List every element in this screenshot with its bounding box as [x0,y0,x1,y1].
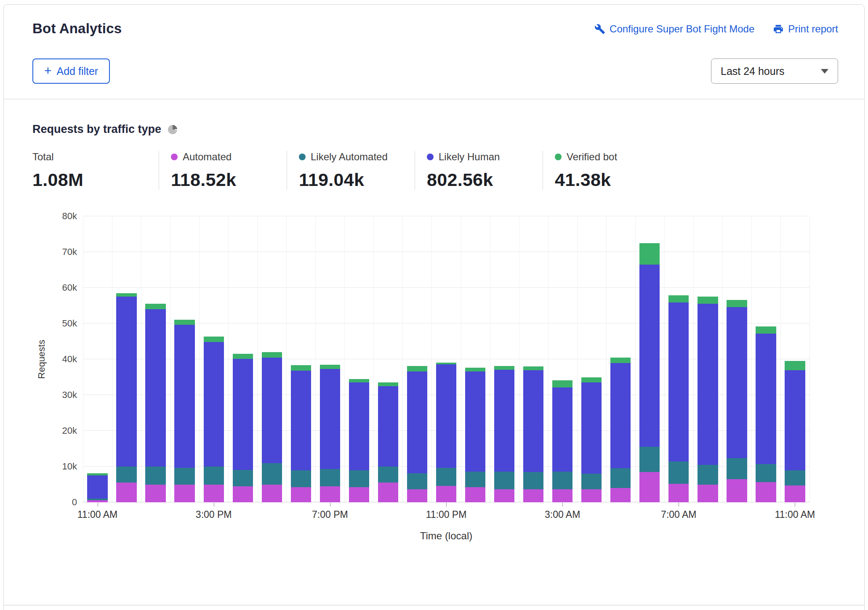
bar-7-00-am [668,295,689,502]
stat-value: 118.52k [171,170,278,190]
x-tick-label: 11:00 AM [775,509,815,520]
bar-segment-verified-bot [552,380,572,387]
traffic-type-stats: Total1.08MAutomated118.52kLikely Automat… [32,151,838,190]
bot-analytics-card: Bot Analytics Configure Super Bot Fight … [3,4,865,610]
gridline-x [373,216,374,502]
bar-9-00-pm [378,382,398,502]
bar-segment-verified-bot [785,361,805,370]
bar-segment-verified-bot [174,320,194,325]
y-tick-label: 50k [62,318,77,329]
bar-segment-likely-human [610,363,631,469]
bar-2-00-am [523,366,543,502]
bar-segment-likely-automated [698,465,718,485]
bar-segment-likely-automated [523,472,543,490]
bar-segment-likely-human [668,302,689,461]
bar-6-00-pm [291,365,311,502]
stat-label: Verified bot [567,151,617,163]
bar-segment-verified-bot [233,354,253,359]
gridline-x [751,216,752,502]
bar-segment-likely-automated [116,467,136,483]
stat-label: Automated [183,151,232,163]
gridline-x [693,216,694,502]
gridline-x [606,216,607,502]
configure-link-label: Configure Super Bot Fight Mode [610,23,754,35]
gridline-x [577,216,578,502]
y-tick-label: 40k [62,354,77,364]
bar-segment-likely-automated [494,472,514,490]
bar-segment-verified-bot [204,337,224,342]
plus-icon: + [44,64,52,77]
stat-verified-bot: Verified bot41.38k [543,151,671,190]
bar-segment-verified-bot [407,366,427,371]
bar-4-00-pm [233,354,253,502]
bar-segment-likely-human [407,371,427,473]
bar-segment-likely-automated [174,468,194,485]
bar-segment-automated [552,489,572,502]
bar-segment-likely-automated [668,461,689,484]
bar-segment-likely-automated [552,472,572,490]
bar-2-00-pm [174,320,194,502]
bar-segment-automated [145,485,165,503]
bar-segment-automated [349,487,369,502]
bar-segment-automated [262,485,282,503]
gridline-x [431,216,432,502]
y-tick-label: 20k [62,426,77,436]
bar-segment-likely-human [785,370,805,470]
bar-11-00-pm [436,363,456,502]
x-tick-label: 7:00 PM [312,509,348,520]
gridline-x [141,216,141,502]
bar-12-00-pm [116,293,136,502]
bar-segment-verified-bot [581,377,602,383]
bar-9-00-am [727,300,747,502]
bar-segment-verified-bot [756,326,776,334]
stat-likely-human: Likely Human802.56k [415,151,543,190]
x-tick-label: 7:00 AM [661,509,696,520]
add-filter-label: Add filter [57,65,99,77]
bar-segment-likely-automated [349,470,369,488]
bar-3-00-am [552,380,572,502]
x-axis-tick-labels: 11:00 AM3:00 PM7:00 PM11:00 PM3:00 AM7:0… [83,509,809,526]
bar-segment-automated [785,485,805,502]
time-range-dropdown[interactable]: Last 24 hours [711,58,838,84]
gridline-x [780,216,781,502]
bar-segment-automated [204,485,224,503]
stat-value: 119.04k [299,170,406,190]
pie-chart-icon [168,125,177,134]
x-tick-label: 11:00 AM [77,509,117,520]
gridline-x [112,216,112,502]
bar-1-00-am [494,366,514,502]
gridline-y-70 [83,252,809,252]
bar-segment-likely-human [262,358,282,463]
bar-5-00-am [610,358,631,502]
bar-segment-likely-automated [378,467,398,483]
bar-segment-likely-human [349,382,369,470]
stat-label: Likely Human [439,151,500,163]
add-filter-button[interactable]: + Add filter [32,58,110,84]
bar-segment-automated [436,486,456,502]
gridline-x [199,216,200,502]
bar-segment-likely-automated [610,468,631,488]
x-tick-mark [330,503,330,507]
bar-8-00-am [698,297,718,502]
bar-segment-likely-human [523,370,543,472]
bar-segment-automated [523,489,543,502]
bar-segment-likely-automated [291,470,311,488]
configure-super-bot-fight-mode-link[interactable]: Configure Super Bot Fight Mode [594,23,754,35]
bar-segment-likely-automated [145,467,165,485]
bar-11-00-am [785,361,805,502]
bar-segment-automated [668,484,689,502]
gridline-x [519,216,519,502]
gridline-x [664,216,665,502]
print-report-link[interactable]: Print report [773,23,838,35]
bar-segment-verified-bot [465,368,485,371]
bar-segment-likely-human [204,342,224,467]
gridline-x [461,216,461,502]
section-title: Requests by traffic type [32,123,161,136]
bar-segment-automated [87,500,107,502]
stat-label: Likely Automated [311,151,388,163]
bar-segment-automated [407,489,427,502]
stat-automated: Automated118.52k [159,151,287,190]
stat-likely-automated: Likely Automated119.04k [287,151,415,190]
x-tick-label: 11:00 PM [426,509,467,520]
bar-8-00-pm [349,379,369,502]
